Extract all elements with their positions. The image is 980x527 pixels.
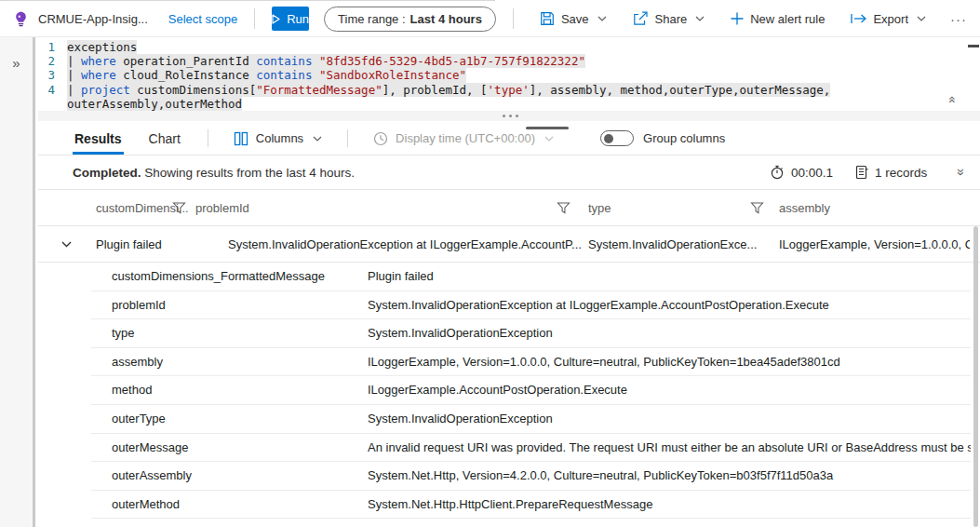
results-grid-header: customDimensi... problemId type assembly — [38, 190, 980, 226]
export-label: Export — [873, 12, 908, 26]
drag-dots-icon — [509, 115, 512, 117]
share-label: Share — [655, 12, 688, 26]
line-number: 3 — [38, 68, 67, 82]
chevron-down-icon — [313, 136, 322, 142]
columns-icon — [234, 131, 248, 146]
line-number — [38, 97, 67, 111]
app-insights-icon — [13, 11, 29, 27]
filter-icon[interactable] — [172, 201, 186, 215]
toggle-knob — [604, 134, 613, 143]
detail-row: method ILoggerExample.AccountPostOperati… — [91, 376, 971, 405]
new-alert-rule-label: New alert rule — [750, 12, 825, 26]
editor-resize-handle[interactable] — [38, 111, 980, 121]
status-metrics: 00:00.1 1 records » — [770, 165, 965, 180]
more-options-button[interactable]: ··· — [950, 11, 967, 27]
grid-scrollbar[interactable] — [973, 226, 978, 527]
column-header-assembly[interactable]: assembly — [779, 190, 919, 225]
group-columns-toggle[interactable] — [600, 130, 634, 146]
code-line: 3 | where cloud_RoleInstance contains "S… — [38, 68, 980, 82]
records-group: 1 records — [854, 165, 927, 180]
detail-value: ILoggerExample.AccountPostOperation.Exec… — [368, 376, 971, 405]
code-text: exceptions — [67, 40, 137, 54]
detail-value: System.InvalidOperationException — [368, 405, 971, 434]
results-toolbar: Results Chart Columns Display time (UTC+… — [38, 122, 980, 155]
filter-icon[interactable] — [557, 201, 571, 215]
cell-customdimensions: Plugin failed — [96, 226, 222, 262]
toolbar-divider — [347, 129, 348, 147]
row-expander-chevron-icon[interactable] — [61, 236, 76, 251]
new-alert-rule-button[interactable]: New alert rule — [731, 12, 825, 26]
detail-row: outerMessage An invalid request URI was … — [91, 434, 971, 463]
detail-value: System.Net.Http, Version=4.2.0.0, Cultur… — [368, 462, 971, 491]
code-line: 4 | project customDimensions["FormattedM… — [38, 83, 980, 97]
run-button[interactable]: Run — [272, 7, 309, 31]
share-button[interactable]: Share — [633, 11, 705, 26]
collapsed-sidebar: » — [0, 37, 35, 527]
detail-key: outerMessage — [112, 434, 188, 463]
line-number: 4 — [38, 83, 67, 97]
detail-row: assembly ILoggerExample, Version=1.0.0.0… — [91, 348, 971, 377]
save-label: Save — [561, 12, 589, 26]
code-line-wrapped: outerAssembly,outerMethod — [38, 97, 980, 111]
query-editor[interactable]: 1 exceptions 2 | where operation_ParentI… — [38, 37, 980, 111]
cell-problemid: System.InvalidOperationException at ILog… — [228, 226, 584, 262]
detail-key: outerAssembly — [112, 462, 192, 491]
result-row[interactable]: Plugin failed System.InvalidOperationExc… — [38, 226, 980, 263]
display-time-button[interactable]: Display time (UTC+00:00) — [373, 122, 554, 155]
filter-icon[interactable] — [750, 201, 764, 215]
tab-results[interactable]: Results — [73, 122, 124, 155]
editor-scrollbar-thumb[interactable] — [968, 45, 979, 47]
share-icon — [633, 11, 649, 26]
display-time-label: Display time (UTC+00:00) — [396, 131, 535, 145]
query-status-bar: Completed. Showing results from the last… — [38, 155, 980, 190]
code-text: outerAssembly,outerMethod — [67, 97, 242, 111]
line-number: 1 — [38, 40, 67, 54]
detail-key: method — [112, 376, 152, 405]
status-message: Showing results from the last 4 hours. — [141, 166, 356, 180]
expand-results-button[interactable]: » — [954, 169, 969, 176]
time-range-button[interactable]: Time range : Last 4 hours — [324, 7, 496, 32]
columns-button[interactable]: Columns — [234, 122, 322, 155]
detail-row: outerType System.InvalidOperationExcepti… — [91, 405, 971, 434]
export-icon — [851, 13, 866, 24]
detail-row: type System.InvalidOperationException — [91, 319, 971, 348]
detail-value: Plugin failed — [368, 263, 971, 291]
column-header-customdimensions[interactable]: customDimensi... — [96, 190, 170, 225]
cell-type: System.InvalidOperationExce... — [588, 226, 771, 262]
toolbar-actions: Save Share New alert rule E — [540, 11, 980, 27]
detail-row: problemId System.InvalidOperationExcepti… — [91, 291, 971, 320]
detail-value: System.InvalidOperationException at ILog… — [368, 291, 971, 320]
status-completed: Completed. — [73, 166, 141, 180]
code-line: 2 | where operation_ParentId contains "8… — [38, 54, 980, 68]
top-toolbar: CRMUE-App-Insig... Select scope Run Time… — [0, 1, 980, 37]
save-button[interactable]: Save — [540, 11, 607, 26]
elapsed-time: 00:00.1 — [791, 166, 833, 180]
plus-icon — [731, 12, 744, 25]
tab-chart[interactable]: Chart — [147, 122, 182, 155]
line-number: 2 — [38, 54, 67, 68]
column-header-problemid[interactable]: problemId — [195, 190, 307, 225]
chevron-down-icon — [544, 136, 554, 142]
row-detail-panel: customDimensions_FormattedMessage Plugin… — [38, 263, 980, 519]
detail-key: outerMethod — [112, 491, 180, 520]
detail-value: An invalid request URI was provided. The… — [368, 434, 971, 463]
save-icon — [540, 11, 555, 26]
code-text: | where cloud_RoleInstance contains "San… — [67, 68, 466, 82]
detail-value: ILoggerExample, Version=1.0.0.0, Culture… — [368, 348, 971, 377]
select-scope-link[interactable]: Select scope — [168, 12, 237, 26]
expand-sidebar-button[interactable]: » — [12, 52, 20, 73]
chevron-down-icon — [695, 16, 705, 21]
detail-row: outerAssembly System.Net.Http, Version=4… — [91, 462, 971, 491]
export-button[interactable]: Export — [851, 12, 926, 26]
detail-key: problemId — [112, 291, 166, 320]
log-analytics-window: CRMUE-App-Insig... Select scope Run Time… — [0, 0, 980, 527]
collapse-editor-button[interactable]: » — [943, 91, 960, 108]
columns-label: Columns — [256, 131, 303, 145]
code-text: | where operation_ParentId contains "8fd… — [67, 54, 585, 68]
detail-key: outerType — [112, 405, 166, 434]
stopwatch-icon — [770, 165, 785, 180]
clock-icon — [373, 131, 388, 146]
play-icon — [272, 14, 280, 24]
detail-key: customDimensions_FormattedMessage — [112, 263, 325, 291]
column-header-type[interactable]: type — [588, 190, 681, 225]
